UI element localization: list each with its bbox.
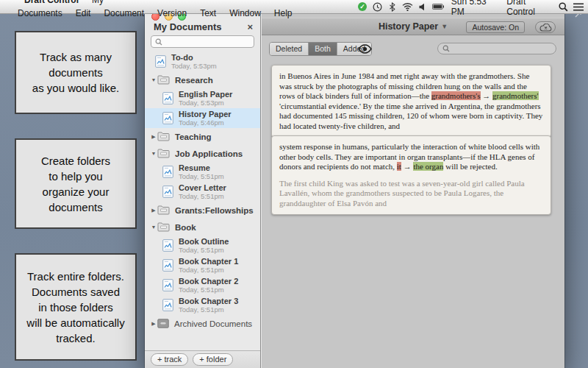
documents-sidebar: My Documents × To-doToday, 5:53pm▼Resear… (145, 10, 261, 368)
sync-status-icon[interactable]: ✓ (357, 1, 368, 13)
menu-item-help[interactable]: Help (268, 8, 299, 18)
document-icon (162, 299, 173, 311)
menu-item-text[interactable]: Text (193, 8, 223, 18)
bluetooth-icon[interactable] (387, 1, 397, 13)
folder-row-grants-fellowships[interactable]: ▶Grants:Fellowships (145, 202, 260, 219)
instruction-note-folders: Create folders to help you organize your… (15, 138, 137, 229)
diff-segment-deleted[interactable]: Deleted (270, 43, 309, 55)
document-name: Resume (179, 163, 224, 172)
folder-row-book[interactable]: ▼Book (145, 219, 260, 236)
archive-name: Archived Documents (174, 319, 252, 328)
add-folder-button[interactable]: + folder (193, 353, 233, 366)
document-name: To-do (171, 53, 217, 62)
disclosure-triangle-icon[interactable]: ▼ (150, 151, 157, 156)
folder-icon (157, 75, 170, 85)
folder-icon (157, 205, 170, 215)
wifi-icon[interactable] (402, 1, 413, 13)
disclosure-triangle-icon[interactable]: ▼ (150, 224, 157, 230)
document-title-dropdown[interactable]: History Paper ▼ (379, 21, 448, 32)
folder-icon (157, 222, 170, 232)
added-text-highlight: the organ (413, 162, 443, 171)
menu-item-document[interactable]: Document (97, 8, 151, 18)
document-date: Today, 5:53pm (171, 62, 217, 70)
clock-icon[interactable] (372, 1, 382, 13)
document-date: Today, 5:46pm (179, 118, 232, 127)
document-row-to-do[interactable]: To-doToday, 5:53pm (145, 52, 260, 71)
folder-icon (157, 205, 170, 215)
folder-icon (157, 75, 170, 85)
document-icon (162, 112, 173, 124)
document-icon (155, 55, 166, 68)
draft-control-window: My Documents × To-doToday, 5:53pm▼Resear… (145, 10, 564, 368)
menu-item-edit[interactable]: Edit (69, 8, 98, 18)
diff-search-input[interactable] (437, 43, 556, 54)
menu-item-version[interactable]: Version (151, 8, 193, 18)
document-name: Cover Letter (179, 183, 226, 192)
add-track-button[interactable]: + track (151, 353, 188, 366)
document-date: Today, 5:51pm (179, 305, 238, 314)
document-icon (162, 166, 173, 178)
menu-item-draft-control[interactable]: Draft Control (18, 0, 85, 5)
instruction-note-track: Track as many documents as you would lik… (15, 31, 137, 114)
disclosure-triangle-icon[interactable]: ▶ (150, 134, 157, 140)
document-row-resume[interactable]: ResumeToday, 5:51pm (145, 162, 260, 182)
folder-name: Research (175, 76, 213, 85)
document-row-cover-letter[interactable]: Cover LetterToday, 5:51pm (145, 182, 260, 202)
folder-row-teaching[interactable]: ▶Teaching (145, 128, 260, 145)
volume-icon[interactable] (417, 1, 428, 13)
sidebar-title: My Documents (154, 21, 221, 32)
document-date: Today, 5:51pm (179, 192, 226, 200)
document-icon (162, 239, 173, 252)
document-date: Today, 5:51pm (179, 266, 238, 274)
sidebar-search-input[interactable] (151, 35, 254, 48)
menu-app-name[interactable]: Draft Control (503, 0, 553, 17)
disclosure-triangle-icon[interactable]: ▶ (150, 321, 157, 327)
preview-eye-icon[interactable] (358, 44, 372, 54)
menu-item-window[interactable]: Window (223, 8, 268, 18)
folder-row-research[interactable]: ▼Research (145, 71, 260, 88)
document-row-history-paper[interactable]: History PaperToday, 5:46pm (145, 108, 260, 128)
document-row-book-outline[interactable]: Book OutlineToday, 5:51pm (145, 236, 260, 255)
document-icon (162, 239, 173, 252)
document-icon (155, 55, 166, 68)
spotlight-icon[interactable] (559, 1, 569, 13)
diff-paragraph: system response in humans, particularly … (279, 142, 543, 172)
diff-mode-segmented-control: DeletedBothAdded (269, 42, 372, 56)
sidebar-close-icon[interactable]: × (247, 23, 253, 32)
document-icon (162, 112, 173, 124)
cloud-sync-button[interactable] (535, 21, 556, 33)
diff-segment-both[interactable]: Both (309, 43, 337, 55)
added-text-highlight: grandmothers' (492, 91, 538, 100)
disclosure-triangle-icon[interactable]: ▼ (150, 77, 157, 82)
folder-icon (157, 149, 170, 158)
autosave-toggle-button[interactable]: Autosave: On (466, 21, 525, 33)
disclosure-triangle-icon[interactable]: ▶ (150, 208, 157, 213)
battery-icon[interactable] (432, 1, 444, 13)
diff-controls: DeletedBothAdded (269, 42, 556, 57)
diff-card-1[interactable]: in Buenos Aires in June 1984 and met rig… (271, 65, 551, 138)
document-row-book-chapter-2[interactable]: Book Chapter 2Today, 5:51pm (145, 275, 260, 295)
document-icon (162, 92, 173, 105)
menu-items: Draft ControlMy DocumentsEditDocumentVer… (18, 0, 357, 20)
search-icon (155, 38, 162, 46)
document-row-book-chapter-1[interactable]: Book Chapter 1Today, 5:51pm (145, 255, 260, 275)
menu-bar-status: ✓ Sun 5:53 PM Draft Control (357, 0, 584, 17)
diff-paragraph: in Buenos Aires in June 1984 and met rig… (279, 71, 543, 131)
sidebar-footer: + track + folder (145, 350, 260, 368)
archive-row-archived-documents[interactable]: ▶Archived Documents (145, 315, 260, 332)
document-toolbar: History Paper ▼ Autosave: On (262, 18, 564, 35)
menu-clock[interactable]: Sun 5:53 PM (448, 0, 500, 17)
notification-center-icon[interactable] (573, 1, 584, 13)
folder-icon (157, 132, 170, 141)
deleted-text-highlight: grandmothers's (431, 91, 481, 100)
folder-icon (157, 132, 170, 141)
document-row-english-paper[interactable]: English PaperToday, 5:53pm (145, 88, 260, 108)
folder-row-job-applications[interactable]: ▼Job Applications (145, 145, 260, 162)
document-name: Book Chapter 2 (179, 277, 238, 286)
document-icon (162, 185, 173, 198)
document-list: To-doToday, 5:53pm▼ResearchEnglish Paper… (145, 52, 260, 350)
document-name: Book Chapter 1 (179, 257, 238, 266)
document-date: Today, 5:53pm (179, 99, 232, 107)
diff-card-2[interactable]: system response in humans, particularly … (271, 135, 551, 215)
document-row-book-chapter-3[interactable]: Book Chapter 3Today, 5:51pm (145, 295, 260, 315)
